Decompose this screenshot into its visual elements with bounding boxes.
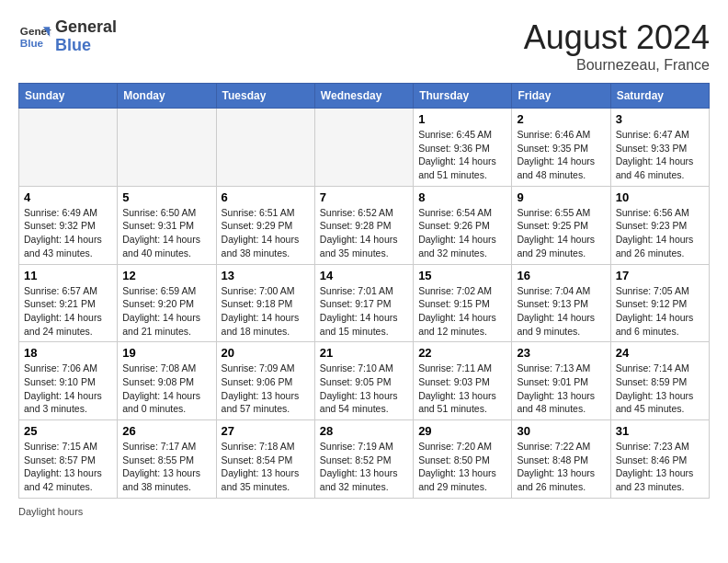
day-info: Sunrise: 7:06 AM Sunset: 9:10 PM Dayligh…: [24, 362, 112, 416]
location: Bournezeau, France: [524, 57, 710, 74]
day-cell: 28Sunrise: 7:19 AM Sunset: 8:52 PM Dayli…: [314, 420, 413, 499]
day-cell: [19, 109, 118, 187]
day-cell: 27Sunrise: 7:18 AM Sunset: 8:54 PM Dayli…: [216, 420, 314, 499]
day-cell: 18Sunrise: 7:06 AM Sunset: 9:10 PM Dayli…: [19, 342, 118, 420]
day-info: Sunrise: 6:52 AM Sunset: 9:28 PM Dayligh…: [320, 206, 408, 260]
day-cell: 24Sunrise: 7:14 AM Sunset: 8:59 PM Dayli…: [610, 342, 709, 420]
day-info: Sunrise: 6:51 AM Sunset: 9:29 PM Dayligh…: [222, 206, 310, 260]
logo-text: General Blue: [55, 18, 117, 55]
day-cell: 29Sunrise: 7:20 AM Sunset: 8:50 PM Dayli…: [414, 420, 512, 499]
day-cell: 26Sunrise: 7:17 AM Sunset: 8:55 PM Dayli…: [118, 420, 216, 499]
title-block: August 2024 Bournezeau, France: [524, 18, 710, 74]
day-cell: 13Sunrise: 7:00 AM Sunset: 9:18 PM Dayli…: [216, 264, 314, 342]
day-number: 7: [320, 190, 408, 204]
day-cell: 10Sunrise: 6:56 AM Sunset: 9:23 PM Dayli…: [610, 186, 709, 264]
day-number: 13: [222, 269, 310, 282]
day-number: 29: [418, 424, 506, 438]
day-info: Sunrise: 7:19 AM Sunset: 8:52 PM Dayligh…: [320, 440, 408, 494]
day-info: Sunrise: 6:57 AM Sunset: 9:21 PM Dayligh…: [24, 284, 112, 339]
day-number: 3: [616, 112, 704, 126]
day-number: 12: [122, 269, 210, 282]
day-number: 5: [122, 190, 210, 204]
week-row-5: 25Sunrise: 7:15 AM Sunset: 8:57 PM Dayli…: [19, 420, 710, 499]
day-info: Sunrise: 6:50 AM Sunset: 9:31 PM Dayligh…: [122, 206, 210, 260]
day-cell: 1Sunrise: 6:45 AM Sunset: 9:36 PM Daylig…: [414, 109, 512, 187]
day-info: Sunrise: 7:15 AM Sunset: 8:57 PM Dayligh…: [24, 440, 112, 494]
col-header-saturday: Saturday: [610, 84, 709, 109]
col-header-thursday: Thursday: [414, 84, 512, 109]
day-cell: [314, 109, 413, 187]
day-number: 26: [122, 424, 210, 438]
day-number: 23: [517, 346, 605, 360]
day-number: 28: [320, 424, 408, 438]
day-number: 21: [320, 346, 408, 360]
day-number: 16: [517, 269, 605, 282]
day-info: Sunrise: 7:05 AM Sunset: 9:12 PM Dayligh…: [616, 284, 704, 339]
day-info: Sunrise: 7:22 AM Sunset: 8:48 PM Dayligh…: [517, 440, 605, 494]
day-cell: 30Sunrise: 7:22 AM Sunset: 8:48 PM Dayli…: [512, 420, 610, 499]
day-info: Sunrise: 6:49 AM Sunset: 9:32 PM Dayligh…: [24, 206, 112, 260]
day-number: 18: [24, 346, 112, 360]
day-info: Sunrise: 7:08 AM Sunset: 9:08 PM Dayligh…: [122, 362, 210, 416]
day-number: 30: [517, 424, 605, 438]
day-cell: [118, 109, 216, 187]
col-header-tuesday: Tuesday: [216, 84, 314, 109]
day-number: 27: [222, 424, 310, 438]
day-number: 31: [616, 424, 704, 438]
day-cell: 2Sunrise: 6:46 AM Sunset: 9:35 PM Daylig…: [512, 109, 610, 187]
day-cell: 16Sunrise: 7:04 AM Sunset: 9:13 PM Dayli…: [512, 264, 610, 342]
day-number: 1: [418, 112, 506, 126]
day-number: 17: [616, 269, 704, 282]
day-number: 19: [122, 346, 210, 360]
day-number: 14: [320, 269, 408, 282]
col-header-wednesday: Wednesday: [314, 84, 413, 109]
day-number: 4: [24, 190, 112, 204]
logo-line1: General: [55, 18, 117, 37]
month-year: August 2024: [524, 18, 710, 57]
day-cell: 5Sunrise: 6:50 AM Sunset: 9:31 PM Daylig…: [118, 186, 216, 264]
day-cell: 19Sunrise: 7:08 AM Sunset: 9:08 PM Dayli…: [118, 342, 216, 420]
day-info: Sunrise: 7:17 AM Sunset: 8:55 PM Dayligh…: [122, 440, 210, 494]
week-row-1: 1Sunrise: 6:45 AM Sunset: 9:36 PM Daylig…: [19, 109, 710, 187]
day-cell: 8Sunrise: 6:54 AM Sunset: 9:26 PM Daylig…: [414, 186, 512, 264]
day-cell: 20Sunrise: 7:09 AM Sunset: 9:06 PM Dayli…: [216, 342, 314, 420]
daylight-hours-label: Daylight hours: [18, 506, 83, 517]
day-cell: 4Sunrise: 6:49 AM Sunset: 9:32 PM Daylig…: [19, 186, 118, 264]
day-cell: 23Sunrise: 7:13 AM Sunset: 9:01 PM Dayli…: [512, 342, 610, 420]
day-info: Sunrise: 6:47 AM Sunset: 9:33 PM Dayligh…: [616, 128, 704, 182]
day-number: 24: [616, 346, 704, 360]
day-cell: 21Sunrise: 7:10 AM Sunset: 9:05 PM Dayli…: [314, 342, 413, 420]
day-cell: [216, 109, 314, 187]
day-info: Sunrise: 7:01 AM Sunset: 9:17 PM Dayligh…: [320, 284, 408, 339]
day-info: Sunrise: 7:11 AM Sunset: 9:03 PM Dayligh…: [418, 362, 506, 416]
day-cell: 3Sunrise: 6:47 AM Sunset: 9:33 PM Daylig…: [610, 109, 709, 187]
col-header-sunday: Sunday: [19, 84, 118, 109]
day-cell: 6Sunrise: 6:51 AM Sunset: 9:29 PM Daylig…: [216, 186, 314, 264]
day-cell: 12Sunrise: 6:59 AM Sunset: 9:20 PM Dayli…: [118, 264, 216, 342]
day-number: 15: [418, 269, 506, 282]
calendar-table: SundayMondayTuesdayWednesdayThursdayFrid…: [18, 83, 710, 499]
day-info: Sunrise: 7:09 AM Sunset: 9:06 PM Dayligh…: [222, 362, 310, 416]
week-row-4: 18Sunrise: 7:06 AM Sunset: 9:10 PM Dayli…: [19, 342, 710, 420]
day-cell: 7Sunrise: 6:52 AM Sunset: 9:28 PM Daylig…: [314, 186, 413, 264]
day-cell: 22Sunrise: 7:11 AM Sunset: 9:03 PM Dayli…: [414, 342, 512, 420]
logo-icon: General Blue: [18, 20, 51, 53]
day-info: Sunrise: 7:23 AM Sunset: 8:46 PM Dayligh…: [616, 440, 704, 494]
day-info: Sunrise: 6:55 AM Sunset: 9:25 PM Dayligh…: [517, 206, 605, 260]
day-info: Sunrise: 7:04 AM Sunset: 9:13 PM Dayligh…: [517, 284, 605, 339]
footer-note: Daylight hours: [18, 506, 710, 517]
day-info: Sunrise: 6:54 AM Sunset: 9:26 PM Dayligh…: [418, 206, 506, 260]
day-cell: 11Sunrise: 6:57 AM Sunset: 9:21 PM Dayli…: [19, 264, 118, 342]
day-info: Sunrise: 6:56 AM Sunset: 9:23 PM Dayligh…: [616, 206, 704, 260]
day-number: 8: [418, 190, 506, 204]
week-row-3: 11Sunrise: 6:57 AM Sunset: 9:21 PM Dayli…: [19, 264, 710, 342]
day-info: Sunrise: 7:00 AM Sunset: 9:18 PM Dayligh…: [222, 284, 310, 339]
day-info: Sunrise: 6:45 AM Sunset: 9:36 PM Dayligh…: [418, 128, 506, 182]
logo: General Blue General Blue: [18, 18, 117, 55]
day-cell: 14Sunrise: 7:01 AM Sunset: 9:17 PM Dayli…: [314, 264, 413, 342]
day-info: Sunrise: 7:02 AM Sunset: 9:15 PM Dayligh…: [418, 284, 506, 339]
day-info: Sunrise: 7:20 AM Sunset: 8:50 PM Dayligh…: [418, 440, 506, 494]
col-header-friday: Friday: [512, 84, 610, 109]
day-number: 11: [24, 269, 112, 282]
day-info: Sunrise: 7:18 AM Sunset: 8:54 PM Dayligh…: [222, 440, 310, 494]
